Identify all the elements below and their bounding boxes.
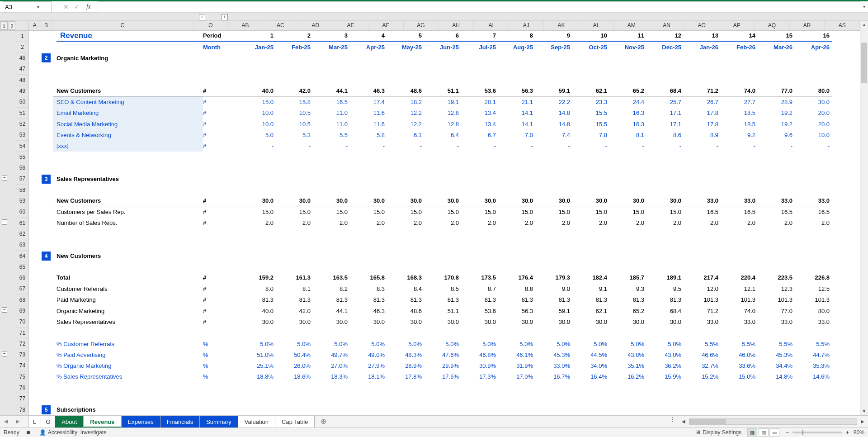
view-page-break-icon[interactable]: ▭	[769, 428, 779, 437]
outline-collapse-button[interactable]: −	[2, 351, 7, 356]
col-header-AF[interactable]: AF	[368, 21, 404, 30]
column-outline-expand-2[interactable]: +	[222, 14, 228, 20]
accept-icon[interactable]: ✓	[71, 3, 82, 10]
tab-valuation[interactable]: Valuation	[238, 416, 275, 428]
scrollbar-thumb[interactable]	[861, 43, 867, 83]
row-header-48[interactable]: 48	[16, 75, 28, 86]
tab-financials[interactable]: Financials	[160, 416, 200, 428]
view-normal-icon[interactable]: ▦	[747, 428, 757, 437]
row-header-61[interactable]: 61	[16, 218, 28, 228]
col-header-B[interactable]: B	[41, 21, 52, 30]
horizontal-scrollbar[interactable]: ◀ ▶	[678, 416, 868, 428]
formula-input[interactable]	[98, 1, 860, 12]
row-header-53[interactable]: 53	[16, 129, 28, 140]
row-header-56[interactable]: 56	[16, 162, 28, 173]
hscroll-thumb[interactable]	[689, 419, 726, 424]
outline-collapse-button[interactable]: −	[2, 175, 7, 180]
row-header-49[interactable]: 49	[16, 86, 28, 96]
col-header-AD[interactable]: AD	[298, 21, 334, 30]
outline-collapse-button[interactable]: −	[2, 219, 7, 225]
row-header-74[interactable]: 74	[16, 360, 28, 371]
zoom-slider[interactable]	[793, 432, 842, 433]
scroll-up-icon[interactable]: ▲	[860, 21, 868, 29]
fx-icon[interactable]: fx	[83, 3, 94, 10]
col-header-AC[interactable]: AC	[263, 21, 298, 30]
outline-level-1[interactable]: 1	[0, 21, 8, 30]
tab-g[interactable]: G	[41, 416, 55, 428]
column-outline-expand-1[interactable]: +	[199, 14, 205, 20]
row-header-68[interactable]: 68	[16, 294, 28, 305]
view-page-layout-icon[interactable]: ▤	[759, 428, 769, 437]
zoom-out-button[interactable]: −	[786, 429, 789, 436]
col-header-AS[interactable]: AS	[825, 21, 860, 30]
row-header-63[interactable]: 63	[16, 239, 28, 250]
row-header-66[interactable]: 66	[16, 272, 28, 283]
hscroll-left-icon[interactable]: ◀	[680, 419, 687, 424]
row-header-67[interactable]: 67	[16, 283, 28, 294]
row-header-73[interactable]: 73	[16, 349, 28, 360]
col-header-AQ[interactable]: AQ	[755, 21, 790, 30]
row-header-52[interactable]: 52	[16, 119, 28, 129]
col-header-AN[interactable]: AN	[649, 21, 684, 30]
col-header-AR[interactable]: AR	[790, 21, 825, 30]
name-box-dropdown-icon[interactable]: ▾	[27, 5, 49, 10]
status-accessibility[interactable]: Accessibility: Investigate	[48, 429, 107, 436]
row-header-1[interactable]: 1	[16, 31, 28, 42]
col-header-AL[interactable]: AL	[579, 21, 614, 30]
row-header-64[interactable]: 64	[16, 251, 28, 261]
row-header-2[interactable]: 2	[16, 42, 28, 52]
add-sheet-button[interactable]: ⊕	[314, 416, 333, 428]
tab-revenue[interactable]: Revenue	[83, 416, 121, 428]
row-header-77[interactable]: 77	[16, 393, 28, 404]
outline-collapse-button[interactable]: −	[2, 307, 7, 313]
tab-nav-prev-icon[interactable]: ◀	[0, 416, 12, 428]
row-header-59[interactable]: 59	[16, 195, 28, 206]
col-header-AE[interactable]: AE	[333, 21, 368, 30]
row-header-72[interactable]: 72	[16, 338, 28, 349]
vertical-scrollbar[interactable]: ▲ ▼	[860, 21, 868, 415]
scroll-down-icon[interactable]: ▼	[860, 407, 868, 415]
tab-summary[interactable]: Summary	[199, 416, 238, 428]
tab-expenses[interactable]: Expenses	[121, 416, 160, 428]
row-header-58[interactable]: 58	[16, 185, 28, 195]
row-header-57[interactable]: 57	[16, 173, 28, 184]
col-header-AO[interactable]: AO	[684, 21, 720, 30]
tab-captable[interactable]: Cap Table	[275, 416, 315, 428]
col-header-C[interactable]: C	[52, 21, 193, 30]
row-header-46[interactable]: 46	[16, 52, 28, 63]
hscroll-right-icon[interactable]: ▶	[859, 419, 866, 424]
row-header-65[interactable]: 65	[16, 261, 28, 272]
row-header-71[interactable]: 71	[16, 328, 28, 338]
row-header-78[interactable]: 78	[16, 404, 28, 415]
row-header-60[interactable]: 60	[16, 206, 28, 217]
col-header-AB[interactable]: AB	[228, 21, 263, 30]
col-header-AH[interactable]: AH	[439, 21, 474, 30]
row-header-47[interactable]: 47	[16, 63, 28, 74]
tab-nav-next-icon[interactable]: ▶	[12, 416, 24, 428]
row-header-51[interactable]: 51	[16, 108, 28, 119]
accessibility-icon[interactable]: 👤	[39, 429, 46, 436]
row-header-55[interactable]: 55	[16, 152, 28, 162]
col-header-AP[interactable]: AP	[719, 21, 755, 30]
cancel-icon[interactable]: ✕	[61, 3, 71, 10]
tab-l[interactable]: L	[28, 416, 41, 428]
expand-formula-bar-icon[interactable]: ▾	[860, 1, 868, 12]
row-header-76[interactable]: 76	[16, 382, 28, 393]
col-header-AI[interactable]: AI	[474, 21, 509, 30]
row-header-62[interactable]: 62	[16, 228, 28, 239]
status-display-settings[interactable]: Display Settings	[703, 429, 741, 436]
outline-level-2[interactable]: 2	[9, 21, 16, 30]
display-settings-icon[interactable]: 🖥	[695, 429, 701, 436]
row-header-54[interactable]: 54	[16, 141, 28, 152]
sheet-area[interactable]: ABCOABACADAEAFAGAHAIAJAKALAMANAOAPAQARAS…	[29, 21, 860, 415]
tab-about[interactable]: About	[55, 416, 84, 428]
name-box[interactable]: A3 ▾	[3, 1, 52, 12]
row-header-50[interactable]: 50	[16, 96, 28, 107]
macro-record-icon[interactable]: ⏺	[26, 429, 31, 436]
row-header-75[interactable]: 75	[16, 371, 28, 382]
col-header-AM[interactable]: AM	[614, 21, 649, 30]
row-header-70[interactable]: 70	[16, 316, 28, 327]
zoom-level[interactable]: 80%	[854, 429, 864, 436]
col-header-AG[interactable]: AG	[404, 21, 439, 30]
row-header-69[interactable]: 69	[16, 305, 28, 316]
